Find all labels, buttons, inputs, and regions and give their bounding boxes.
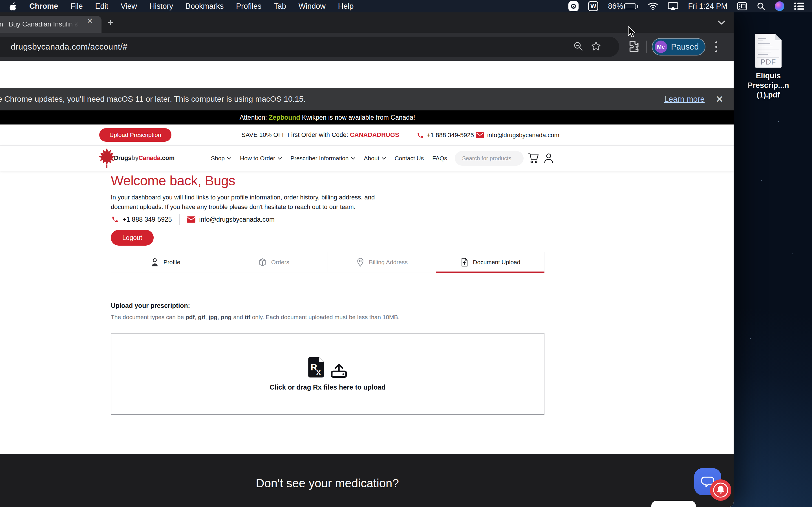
upload-heading: Upload your prescription: xyxy=(111,302,190,309)
nav-item-shop[interactable]: Shop xyxy=(211,155,232,162)
menubar-item-edit[interactable]: Edit xyxy=(95,2,109,11)
battery-indicator[interactable]: 86% xyxy=(608,2,638,11)
contact-divider xyxy=(179,214,180,225)
wifi-icon[interactable] xyxy=(648,2,658,10)
menubar-clock[interactable]: Fri 1:24 PM xyxy=(688,2,727,11)
menubar-item-tab[interactable]: Tab xyxy=(274,2,286,11)
nav-item-prescriber-information[interactable]: Prescriber Information xyxy=(290,155,356,162)
logout-button[interactable]: Logout xyxy=(111,230,154,245)
menubar-item-profiles[interactable]: Profiles xyxy=(236,2,261,11)
account-tabs: Profile Orders Billing Address xyxy=(111,252,545,272)
zoom-out-icon[interactable] xyxy=(573,41,583,52)
apple-icon[interactable] xyxy=(10,2,17,10)
maple-leaf-icon xyxy=(98,147,116,169)
new-tab-button[interactable]: + xyxy=(105,17,116,28)
nav-item-faqs[interactable]: FAQs xyxy=(432,155,447,162)
orders-box-icon xyxy=(258,257,267,267)
page-title: Welcome back, Bugs xyxy=(111,173,235,188)
tab-search-chevron-icon[interactable] xyxy=(715,17,728,28)
kebab-menu-icon[interactable] xyxy=(711,38,722,56)
site-navbar: DrugsbyCanada.com Shop How to Order Pres… xyxy=(0,146,733,171)
spotlight-search-icon[interactable] xyxy=(757,2,765,10)
airplay-display-icon[interactable] xyxy=(668,2,678,10)
nav-menu: Shop How to Order Prescriber Information… xyxy=(211,146,447,171)
chevron-down-icon xyxy=(382,157,386,160)
keyboard-input-icon[interactable] xyxy=(737,2,747,10)
site-footer: Don't see your medication? xyxy=(0,454,733,507)
upload-tray-icon xyxy=(329,361,348,378)
tab-title: n | Buy Canadian Insulin & xyxy=(0,20,79,28)
star-dot xyxy=(761,180,762,181)
screen-record-icon[interactable] xyxy=(568,1,578,11)
menubar-app-name[interactable]: Chrome xyxy=(29,2,58,11)
phone-icon xyxy=(417,132,423,138)
profile-chip[interactable]: Me Paused xyxy=(652,38,705,55)
upload-prescription-button[interactable]: Upload Prescription xyxy=(99,128,171,142)
menubar-item-window[interactable]: Window xyxy=(299,2,326,11)
siri-icon[interactable] xyxy=(775,1,784,11)
account-contact-row: +1 888 349-5925 info@drugsbycanada.com xyxy=(111,214,274,225)
chevron-down-icon xyxy=(351,157,356,160)
rx-upload-dropzone[interactable]: R x Click or drag Rx files here to uploa… xyxy=(111,333,545,414)
star-dot xyxy=(778,121,779,122)
active-tab-indicator xyxy=(436,272,545,273)
word-app-icon[interactable]: W xyxy=(588,1,598,11)
header-email-link[interactable]: info@drugsbycanada.com xyxy=(476,124,559,146)
nav-item-how-to-order[interactable]: How to Order xyxy=(240,155,282,162)
menubar-item-file[interactable]: File xyxy=(70,2,83,11)
person-icon xyxy=(150,257,160,267)
search-input[interactable] xyxy=(455,151,523,166)
profile-status: Paused xyxy=(671,42,699,52)
mail-icon xyxy=(187,216,195,223)
extensions-icon[interactable] xyxy=(626,39,641,55)
cart-icon[interactable] xyxy=(528,152,540,165)
promo-code: CANADADRUGS xyxy=(350,131,399,138)
control-center-icon[interactable] xyxy=(794,2,804,10)
address-bar[interactable]: drugsbycanada.com/account/# xyxy=(0,37,619,57)
nav-item-contact-us[interactable]: Contact Us xyxy=(395,155,424,162)
tab-profile[interactable]: Profile xyxy=(111,252,219,272)
header-phone-link[interactable]: +1 888 349-5925 xyxy=(417,124,474,146)
site-topbar: Upload Prescription SAVE 10% OFF First O… xyxy=(0,124,733,146)
infobar-message: e Chrome updates, you'll need macOS 11 o… xyxy=(0,88,306,110)
nav-item-about[interactable]: About xyxy=(364,155,386,162)
chevron-down-icon xyxy=(277,157,282,160)
toolbar-separator xyxy=(646,41,647,53)
mail-icon xyxy=(476,132,484,138)
tab-billing-address[interactable]: Billing Address xyxy=(328,252,436,272)
menubar-item-bookmarks[interactable]: Bookmarks xyxy=(186,2,223,11)
phone-icon xyxy=(111,216,119,223)
attention-banner: Attention: Zepbound Kwikpen is now avail… xyxy=(0,110,733,124)
promo-text: SAVE 10% OFF First Order with Code: CANA… xyxy=(241,131,399,138)
battery-icon xyxy=(624,3,636,9)
site-logo[interactable]: DrugsbyCanada.com xyxy=(98,147,174,169)
bookmark-star-icon[interactable] xyxy=(591,41,601,52)
menubar-item-view[interactable]: View xyxy=(121,2,137,11)
logo-text: DrugsbyCanada.com xyxy=(114,154,174,162)
pdf-badge: PDF xyxy=(755,58,781,66)
account-icon[interactable] xyxy=(543,152,554,165)
tab-orders[interactable]: Orders xyxy=(219,252,327,272)
star-dot xyxy=(750,338,751,339)
bookmarks-bar xyxy=(0,61,733,88)
page-content: Attention: Zepbound Kwikpen is now avail… xyxy=(0,110,733,507)
footer-question: Don't see your medication? xyxy=(256,476,399,490)
learn-more-link[interactable]: Learn more xyxy=(664,88,705,110)
account-email-link[interactable]: info@drugsbycanada.com xyxy=(199,216,275,223)
menubar-item-history[interactable]: History xyxy=(149,2,173,11)
dropzone-icons: R x xyxy=(307,356,348,378)
account-phone-link[interactable]: +1 888 349-5925 xyxy=(123,216,172,223)
notification-bell-button[interactable] xyxy=(710,480,731,501)
infobar-close-icon[interactable]: ✕ xyxy=(711,88,728,110)
browser-toolbar: drugsbycanada.com/account/# xyxy=(0,33,733,61)
menubar-item-help[interactable]: Help xyxy=(338,2,354,11)
desktop-pdf-file[interactable]: PDF Eliquis Prescrip...n (1).pdf xyxy=(744,34,792,100)
tab-document-upload[interactable]: Document Upload xyxy=(436,252,544,272)
url-text[interactable]: drugsbycanada.com/account/# xyxy=(11,37,128,57)
bottom-popup xyxy=(651,501,696,507)
battery-percentage: 86% xyxy=(608,2,623,11)
pdf-file-icon: PDF xyxy=(755,34,781,68)
dropzone-label: Click or drag Rx files here to upload xyxy=(270,383,386,391)
notification-bell-icon xyxy=(712,482,729,499)
tab-close-icon[interactable]: ✕ xyxy=(86,17,94,25)
